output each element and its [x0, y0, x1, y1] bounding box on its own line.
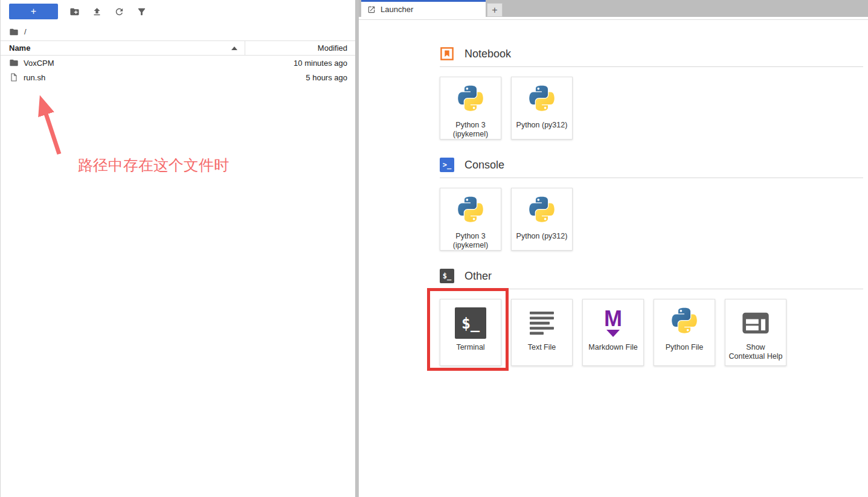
file-browser-panel: + / Name Modified	[0, 0, 355, 497]
tab-label: Launcher	[381, 5, 413, 14]
new-folder-icon	[69, 7, 80, 17]
launcher-card-python3-console[interactable]: Python 3 (ipykernel)	[440, 188, 501, 251]
upload-icon	[92, 7, 102, 17]
launcher-card-markdown-file[interactable]: M Markdown File	[582, 299, 644, 366]
section-console: >_ Console Python 3 (ipykernel) Python (…	[440, 158, 863, 251]
launcher-card-py312-notebook[interactable]: Python (py312)	[511, 77, 573, 139]
name-header-label: Name	[9, 43, 30, 53]
contextual-help-icon	[740, 307, 771, 339]
card-label: Python (py312)	[515, 232, 570, 241]
launcher-card-py312-console[interactable]: Python (py312)	[511, 188, 573, 251]
annotation-text: 路径中存在这个文件时	[78, 155, 229, 175]
modified-column-header[interactable]: Modified	[245, 41, 355, 55]
refresh-button[interactable]	[113, 5, 125, 18]
filter-icon	[137, 7, 147, 17]
section-divider	[440, 289, 863, 289]
terminal-icon: $_	[440, 269, 454, 283]
notebook-cards: Python 3 (ipykernel) Python (py312)	[440, 77, 863, 139]
file-modified: 5 hours ago	[245, 73, 355, 82]
file-modified: 10 minutes ago	[245, 59, 355, 68]
breadcrumb[interactable]: /	[1, 23, 355, 41]
refresh-icon	[114, 7, 124, 17]
launcher-card-show-contextual-help[interactable]: Show Contextual Help	[725, 299, 786, 366]
jupyterlab-app: + / Name Modified	[0, 0, 868, 497]
card-label: Python 3 (ipykernel)	[440, 232, 501, 250]
file-name: VoxCPM	[24, 59, 54, 68]
file-name-cell: run.sh	[1, 72, 245, 82]
section-divider	[440, 66, 863, 67]
add-tab-button[interactable]: +	[487, 3, 503, 17]
section-notebook: Notebook Python 3 (ipykernel) Python (py…	[440, 46, 863, 139]
new-launcher-button[interactable]: +	[9, 4, 58, 19]
section-notebook-header: Notebook	[440, 46, 863, 61]
card-label: Text File	[526, 343, 558, 352]
dock-tab-bar: Launcher +	[359, 0, 868, 17]
launcher-card-python-file[interactable]: Python File	[654, 299, 715, 366]
main-dock-panel: Launcher + Notebook	[359, 0, 868, 497]
card-label: Python 3 (ipykernel)	[440, 121, 501, 139]
text-file-icon	[526, 307, 558, 339]
notebook-icon	[440, 46, 454, 61]
card-label: Markdown File	[587, 343, 639, 352]
launcher-card-terminal[interactable]: $_ Terminal	[440, 299, 501, 366]
python-logo-icon	[526, 196, 558, 228]
tab-launcher[interactable]: Launcher	[361, 0, 486, 17]
console-icon: >_	[440, 158, 454, 172]
filter-button[interactable]	[135, 5, 147, 18]
upload-button[interactable]	[91, 5, 103, 18]
folder-icon	[9, 58, 19, 68]
console-cards: Python 3 (ipykernel) Python (py312)	[440, 188, 863, 251]
card-label: Terminal	[454, 343, 486, 352]
launcher-card-python3-notebook[interactable]: Python 3 (ipykernel)	[440, 77, 501, 139]
file-row-run-sh[interactable]: run.sh 5 hours ago	[1, 70, 355, 85]
card-label: Python (py312)	[515, 121, 570, 130]
name-column-header[interactable]: Name	[1, 43, 245, 53]
terminal-icon: $_	[455, 307, 486, 339]
python-logo-icon	[455, 85, 486, 117]
file-icon	[9, 72, 19, 82]
section-title: Console	[465, 159, 504, 172]
file-browser-toolbar: +	[1, 0, 355, 23]
card-label: Show Contextual Help	[725, 343, 786, 361]
breadcrumb-root[interactable]: /	[24, 27, 27, 36]
python-logo-icon	[455, 196, 486, 228]
launcher-body: Notebook Python 3 (ipykernel) Python (py…	[359, 20, 868, 497]
section-console-header: >_ Console	[440, 158, 863, 172]
section-other: $_ Other $_ Terminal	[440, 269, 863, 366]
section-title: Other	[465, 270, 492, 283]
file-list-header: Name Modified	[1, 41, 355, 56]
section-other-header: $_ Other	[440, 269, 863, 283]
launcher-card-text-file[interactable]: Text File	[511, 299, 573, 366]
file-name-cell: VoxCPM	[1, 58, 245, 68]
launcher-icon	[367, 5, 376, 14]
svg-text:M: M	[604, 307, 622, 331]
home-folder-icon	[9, 27, 19, 37]
section-title: Notebook	[465, 48, 511, 60]
file-name: run.sh	[24, 73, 45, 82]
card-label: Python File	[664, 343, 706, 352]
file-row-voxcpm[interactable]: VoxCPM 10 minutes ago	[1, 56, 355, 70]
python-logo-icon	[526, 85, 558, 117]
other-cards: $_ Terminal Text File	[440, 299, 863, 366]
python-logo-icon	[669, 307, 700, 339]
section-divider	[440, 178, 863, 178]
sort-ascending-icon	[231, 46, 237, 50]
markdown-icon: M	[597, 307, 629, 339]
new-folder-button[interactable]	[68, 5, 80, 18]
